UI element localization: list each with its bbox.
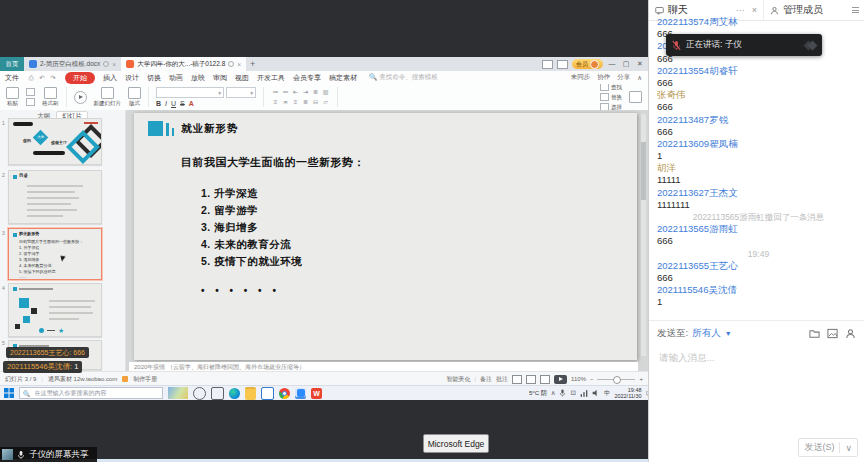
reading-view-icon[interactable]: [540, 375, 550, 384]
shape-fill-button[interactable]: ▱: [321, 98, 330, 107]
redo-icon[interactable]: ↷: [49, 74, 57, 82]
ribbon-tab[interactable]: 稿定素材: [329, 73, 357, 83]
template-source-link[interactable]: 通风素材 12w.taobao.com: [48, 375, 117, 384]
mention-member-icon[interactable]: [845, 328, 856, 339]
notes-toggle-button[interactable]: 备注: [480, 375, 492, 384]
slideshow-button[interactable]: [554, 375, 567, 384]
smart-beautify-button[interactable]: 智能美化: [447, 375, 471, 384]
find-button[interactable]: 查找: [600, 84, 622, 91]
chat-message-list[interactable]: 2022113574周艾林 666 20 666 2022113554胡睿轩 6…: [657, 16, 860, 309]
zoom-in-button[interactable]: +: [639, 376, 643, 382]
replace-button[interactable]: 替换: [600, 93, 622, 101]
current-slide[interactable]: 就业新形势 目前我国大学生面临的一些新形势： 1. 升学深造2. 留学游学3. …: [134, 113, 637, 360]
indent-decrease-button[interactable]: ⇤: [291, 88, 300, 97]
tray-mic-icon[interactable]: [559, 389, 566, 397]
message-sender[interactable]: 张奇伟: [657, 89, 860, 101]
ribbon-tab[interactable]: 审阅: [213, 73, 227, 83]
search-input[interactable]: [33, 389, 160, 397]
cut-button[interactable]: [26, 88, 35, 96]
paste-button[interactable]: 粘贴: [6, 87, 19, 107]
message-input[interactable]: [657, 351, 860, 364]
align-right-button[interactable]: ≡: [291, 98, 300, 107]
split-view-icon[interactable]: [557, 60, 568, 69]
columns-button[interactable]: ▥: [321, 88, 330, 97]
sorter-view-icon[interactable]: [526, 375, 536, 384]
canvas-scrollbar[interactable]: [641, 114, 646, 356]
bold-button[interactable]: B: [156, 100, 161, 107]
pin-icon[interactable]: [228, 61, 234, 67]
indent-increase-button[interactable]: ⇥: [301, 88, 310, 97]
slide-thumbnail-4[interactable]: ★: [8, 283, 102, 337]
message-sender[interactable]: 胡洋: [657, 162, 860, 174]
underline-button[interactable]: U: [171, 100, 176, 107]
italic-button[interactable]: I: [165, 100, 167, 107]
message-sender[interactable]: 2022113574周艾林: [657, 16, 860, 28]
cortana-icon[interactable]: [193, 387, 206, 400]
strikethrough-button[interactable]: S: [180, 100, 185, 107]
file-explorer-icon[interactable]: [245, 387, 256, 400]
ribbon-search[interactable]: 🔍 查找命令、搜索模板: [369, 73, 438, 82]
network-icon[interactable]: [580, 390, 588, 397]
font-color-button[interactable]: A: [189, 100, 194, 107]
speaking-indicator-overlay[interactable]: 正在讲话: 子仪: [666, 34, 822, 56]
image-icon[interactable]: [827, 328, 838, 339]
taskbar-search-box[interactable]: 🔍: [19, 387, 163, 399]
slide-thumbnail-1[interactable]: 你的 大学 你做主!?: [8, 118, 102, 165]
copy-button[interactable]: [26, 98, 35, 106]
meeting-app-icon-active[interactable]: [295, 388, 306, 399]
close-panel-icon[interactable]: ×: [752, 5, 757, 15]
share-button[interactable]: 分享: [617, 73, 630, 82]
close-tab-icon[interactable]: ×: [112, 61, 116, 68]
send-to-dropdown[interactable]: 所有人: [692, 327, 721, 340]
start-button[interactable]: [4, 388, 14, 398]
wps-member-button[interactable]: 会员: [572, 59, 603, 69]
task-view-icon[interactable]: [211, 387, 224, 400]
comments-toggle-button[interactable]: 批注: [496, 375, 508, 384]
zoom-slider-knob[interactable]: [613, 376, 621, 384]
message-sender[interactable]: 2021115546吴沈倩: [657, 284, 860, 296]
mail-icon[interactable]: [261, 387, 274, 400]
handbook-link[interactable]: 制作手册: [133, 375, 157, 384]
tray-display-icon[interactable]: ⊡: [570, 389, 575, 397]
ribbon-tab[interactable]: 开发工具: [257, 73, 285, 83]
volume-icon[interactable]: [592, 389, 600, 397]
align-left-button[interactable]: ≡: [271, 98, 280, 107]
line-spacing-button[interactable]: ≣: [311, 88, 320, 97]
more-tools-button[interactable]: [629, 91, 642, 103]
new-document-tab-button[interactable]: +: [250, 59, 255, 69]
wps-icon[interactable]: W: [311, 388, 322, 399]
number-list-button[interactable]: ≕: [281, 88, 290, 97]
ribbon-tab[interactable]: 动画: [169, 73, 183, 83]
hidden-icons-caret[interactable]: ∧: [551, 389, 556, 397]
message-sender[interactable]: 2022113565游雨虹: [657, 223, 860, 235]
collapse-ribbon-caret[interactable]: ∧: [637, 74, 642, 82]
ribbon-tab[interactable]: 会员专享: [293, 73, 321, 83]
wps-document-tab[interactable]: 2-简历空白模板.docx ×: [24, 57, 121, 71]
send-options-caret-icon[interactable]: ∨: [845, 443, 852, 453]
chat-history-icon[interactable]: [809, 328, 820, 339]
collaborate-button[interactable]: 协作: [597, 73, 610, 82]
ribbon-tab[interactable]: 切换: [147, 73, 161, 83]
wps-document-tab[interactable]: 大学四年-你的大...-稿子0122.8 ×: [121, 57, 246, 71]
more-options-icon[interactable]: ···: [736, 5, 745, 15]
close-tab-icon[interactable]: ×: [237, 61, 241, 68]
ribbon-tab[interactable]: 插入: [103, 73, 117, 83]
tray-clock[interactable]: 19:48 2022/11/30: [614, 387, 641, 399]
bullet-list-button[interactable]: ≔: [271, 88, 280, 97]
message-sender[interactable]: 2022113554胡睿轩: [657, 65, 860, 77]
ribbon-tab[interactable]: 视图: [235, 73, 249, 83]
slide-thumbnail-2[interactable]: 目录: [8, 170, 102, 224]
undo-icon[interactable]: ↶: [38, 74, 46, 82]
font-name-select[interactable]: ▾: [156, 87, 224, 98]
layout-button[interactable]: 版式: [128, 87, 141, 107]
pin-icon[interactable]: [103, 61, 109, 67]
wps-home-tab[interactable]: 首页: [0, 57, 24, 71]
window-close-button[interactable]: ✕: [635, 57, 645, 71]
message-sender[interactable]: 2022113487罗锐: [657, 114, 860, 126]
justify-button[interactable]: ≣: [301, 98, 310, 107]
send-button[interactable]: 发送(S) ∨: [798, 438, 858, 457]
format-painter-button[interactable]: 格式刷: [42, 87, 59, 107]
normal-view-icon[interactable]: [512, 375, 522, 384]
edge-icon[interactable]: [229, 388, 240, 399]
send-to-caret-icon[interactable]: ▼: [725, 330, 732, 337]
